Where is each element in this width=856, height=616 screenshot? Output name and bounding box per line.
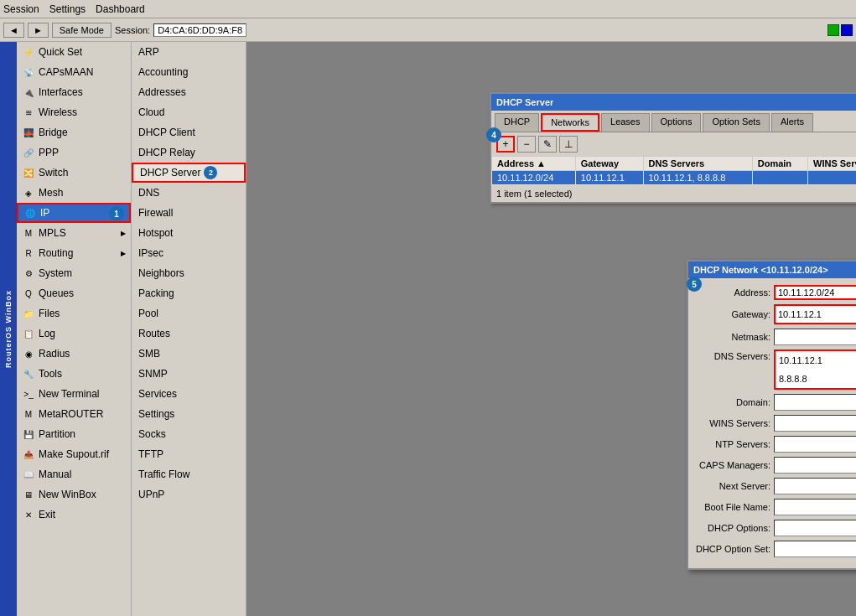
submenu-item-dhcp-relay[interactable]: DHCP Relay bbox=[132, 142, 246, 163]
ntp-value[interactable] bbox=[775, 443, 856, 445]
submenu-item-socks[interactable]: Socks bbox=[132, 424, 246, 444]
col-wins[interactable]: WINS Servers bbox=[808, 157, 857, 171]
next-server-label: Next Server: bbox=[695, 481, 770, 491]
sidebar-item-partition[interactable]: 💾Partition bbox=[17, 424, 131, 444]
submenu: ARPAccountingAddressesCloudDHCP ClientDH… bbox=[132, 42, 246, 616]
dhcp-options-row: DHCP Options: ▲ ▼ bbox=[695, 520, 856, 536]
sidebar-item-new-terminal[interactable]: >_New Terminal bbox=[17, 384, 131, 404]
dhcp-option-set-value[interactable] bbox=[775, 548, 856, 550]
tab-networks[interactable]: Networks bbox=[541, 113, 599, 132]
next-server-row: Next Server: ▼ bbox=[695, 478, 856, 494]
forward-button[interactable]: ► bbox=[28, 23, 49, 38]
sidebar-item-bridge[interactable]: 🌉Bridge bbox=[17, 122, 131, 142]
sidebar-item-tools[interactable]: 🔧Tools bbox=[17, 364, 131, 384]
sidebar-item-mpls[interactable]: MMPLS▶ bbox=[17, 223, 131, 243]
menu-settings[interactable]: Settings bbox=[49, 3, 86, 15]
submenu-item-arp[interactable]: ARP bbox=[132, 42, 246, 62]
submenu-item-packing[interactable]: Packing bbox=[132, 283, 246, 303]
caps-value[interactable] bbox=[775, 464, 856, 466]
menu-dashboard[interactable]: Dashboard bbox=[96, 3, 145, 15]
submenu-item-settings[interactable]: Settings bbox=[132, 404, 246, 424]
dns-value-1[interactable]: 10.11.12.1 bbox=[776, 355, 856, 366]
col-address[interactable]: Address ▲ bbox=[492, 157, 576, 171]
submenu-label-addresses: Addresses bbox=[138, 86, 186, 98]
sidebar-item-wireless[interactable]: ≋Wireless bbox=[17, 102, 131, 122]
sidebar-item-queues[interactable]: QQueues bbox=[17, 283, 131, 303]
sidebar-item-ppp[interactable]: 🔗PPP bbox=[17, 142, 131, 163]
netmask-value[interactable] bbox=[775, 336, 856, 338]
submenu-item-firewall[interactable]: Firewall bbox=[132, 203, 246, 223]
dns-value-2[interactable]: 8.8.8.8 bbox=[776, 373, 856, 385]
submenu-item-addresses[interactable]: Addresses bbox=[132, 82, 246, 102]
sidebar-item-mesh[interactable]: ◈Mesh bbox=[17, 183, 131, 203]
submenu-item-services[interactable]: Services bbox=[132, 384, 246, 404]
dhcp-options-value[interactable] bbox=[775, 527, 856, 529]
sidebar-label-capsman: CAPsMAAN bbox=[39, 66, 93, 78]
submenu-item-neighbors[interactable]: Neighbors bbox=[132, 263, 246, 283]
back-button[interactable]: ◄ bbox=[3, 23, 24, 38]
sidebar-item-manual[interactable]: 📖Manual bbox=[17, 464, 131, 484]
tab-option-sets[interactable]: Option Sets bbox=[703, 113, 769, 132]
edit-button[interactable]: ✎ bbox=[538, 136, 557, 153]
submenu-label-cloud: Cloud bbox=[138, 106, 164, 118]
filter-button[interactable]: ⊥ bbox=[559, 136, 578, 153]
caps-label: CAPS Managers: bbox=[695, 460, 770, 470]
dhcp-option-set-row: DHCP Option Set: ▼ bbox=[695, 541, 856, 557]
sidebar-label-quick-set: Quick Set bbox=[39, 46, 82, 58]
gateway-value[interactable]: 10.11.12.1 bbox=[776, 308, 856, 320]
submenu-item-smb[interactable]: SMB bbox=[132, 344, 246, 364]
col-gateway[interactable]: Gateway bbox=[575, 157, 643, 171]
submenu-item-dhcp-client[interactable]: DHCP Client bbox=[132, 122, 246, 142]
toolbar: ◄ ► Safe Mode Session: D4:CA:6D:DD:9A:F8 bbox=[0, 18, 856, 42]
badge-4: 4 bbox=[486, 127, 501, 142]
address-value[interactable]: 10.11.12.0/24 bbox=[776, 287, 856, 298]
log-icon: 📋 bbox=[22, 327, 35, 340]
sidebar-label-queues: Queues bbox=[39, 287, 74, 299]
sidebar-item-capsman[interactable]: 📡CAPsMAAN bbox=[17, 62, 131, 82]
submenu-item-pool[interactable]: Pool bbox=[132, 303, 246, 324]
sidebar-item-radius[interactable]: ◉Radius bbox=[17, 344, 131, 364]
next-server-value[interactable] bbox=[775, 485, 856, 487]
table-row[interactable]: 10.11.12.0/2410.11.12.110.11.12.1, 8.8.8… bbox=[492, 171, 857, 185]
quick-set-icon: ⚡ bbox=[22, 45, 35, 59]
sidebar-item-switch[interactable]: 🔀Switch bbox=[17, 163, 131, 183]
submenu-item-dns[interactable]: DNS bbox=[132, 183, 246, 203]
sidebar-label-routing: Routing bbox=[39, 247, 73, 259]
wins-value[interactable] bbox=[775, 422, 856, 424]
sidebar-item-exit[interactable]: ✕Exit bbox=[17, 505, 131, 525]
submenu-item-ipsec[interactable]: IPsec bbox=[132, 243, 246, 263]
remove-button[interactable]: − bbox=[517, 136, 536, 153]
menu-session[interactable]: Session bbox=[3, 3, 39, 15]
col-dns[interactable]: DNS Servers bbox=[643, 157, 752, 171]
submenu-item-cloud[interactable]: Cloud bbox=[132, 102, 246, 122]
tab-dhcp[interactable]: DHCP bbox=[495, 113, 539, 132]
sidebar-item-quick-set[interactable]: ⚡Quick Set bbox=[17, 42, 131, 62]
sidebar-item-files[interactable]: 📁Files bbox=[17, 303, 131, 324]
submenu-item-traffic-flow[interactable]: Traffic Flow bbox=[132, 464, 246, 484]
boot-file-value[interactable] bbox=[775, 506, 856, 508]
submenu-item-routes[interactable]: Routes bbox=[132, 324, 246, 344]
sidebar-item-make-supout[interactable]: 📤Make Supout.rif bbox=[17, 444, 131, 464]
sidebar-item-new-winbox[interactable]: 🖥New WinBox bbox=[17, 484, 131, 505]
sidebar-item-ip[interactable]: 🌐IP▶1 bbox=[17, 203, 131, 223]
submenu-item-dhcp-server[interactable]: DHCP Server2 bbox=[132, 163, 246, 183]
caps-input: ▼ bbox=[774, 457, 856, 474]
sidebar-item-routing[interactable]: RRouting▶ bbox=[17, 243, 131, 263]
sidebar-item-system[interactable]: ⚙System bbox=[17, 263, 131, 283]
col-domain[interactable]: Domain bbox=[752, 157, 807, 171]
submenu-item-accounting[interactable]: Accounting bbox=[132, 62, 246, 82]
ntp-label: NTP Servers: bbox=[695, 439, 770, 449]
sidebar-item-metarouter[interactable]: MMetaROUTER bbox=[17, 404, 131, 424]
tab-leases[interactable]: Leases bbox=[601, 113, 649, 132]
submenu-item-hotspot[interactable]: Hotspot bbox=[132, 223, 246, 243]
sidebar-item-log[interactable]: 📋Log bbox=[17, 324, 131, 344]
domain-value[interactable] bbox=[775, 401, 856, 403]
tab-options[interactable]: Options bbox=[651, 113, 702, 132]
sidebar-item-interfaces[interactable]: 🔌Interfaces bbox=[17, 82, 131, 102]
submenu-item-upnp[interactable]: UPnP bbox=[132, 484, 246, 505]
sidebar-label-wireless: Wireless bbox=[39, 106, 77, 118]
tab-alerts[interactable]: Alerts bbox=[771, 113, 813, 132]
safe-mode-button[interactable]: Safe Mode bbox=[52, 23, 112, 38]
submenu-item-snmp[interactable]: SNMP bbox=[132, 364, 246, 384]
submenu-item-tftp[interactable]: TFTP bbox=[132, 444, 246, 464]
